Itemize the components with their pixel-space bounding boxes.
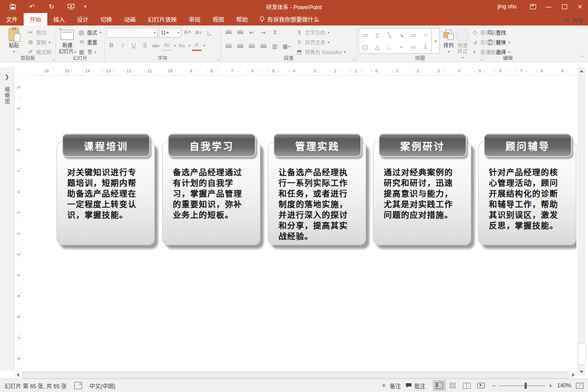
- spell-check-icon[interactable]: ×: [74, 382, 82, 389]
- clear-formatting-button[interactable]: ◺: [205, 28, 215, 37]
- share-button[interactable]: 共享: [564, 17, 583, 25]
- cut-button[interactable]: ✂剪切: [26, 28, 52, 37]
- shape-rectangle-icon[interactable]: ▭: [408, 30, 418, 40]
- tab-设计[interactable]: 设计: [71, 13, 95, 25]
- zoom-level[interactable]: 140%: [557, 382, 571, 389]
- shape-elbow-arrow-connector-icon[interactable]: ⌐: [396, 42, 406, 52]
- shapes-gallery-more-icon[interactable]: ▾: [432, 28, 440, 54]
- shape-right-arrow-icon[interactable]: ⇨: [408, 42, 418, 52]
- horizontal-scrollbar[interactable]: [14, 371, 577, 378]
- underline-button[interactable]: U: [129, 41, 139, 50]
- layout-button[interactable]: ▤版式▾: [77, 28, 102, 37]
- language-status[interactable]: 中文(中国): [89, 382, 115, 390]
- start-slideshow-icon[interactable]: [61, 0, 81, 13]
- shape-oval-icon[interactable]: ○: [420, 30, 430, 40]
- copy-button[interactable]: ⧉复制▾: [26, 38, 52, 47]
- shape-line-icon[interactable]: ╲: [384, 30, 394, 40]
- tab-视图[interactable]: 视图: [207, 13, 230, 25]
- text-shadow-button[interactable]: S: [140, 41, 150, 50]
- font-dialog-launcher-icon[interactable]: ⌟: [217, 57, 219, 61]
- font-size-combobox[interactable]: 11+▾: [159, 28, 181, 38]
- bold-button[interactable]: B: [107, 41, 116, 50]
- comments-toggle[interactable]: 批注: [405, 382, 425, 390]
- numbering-icon[interactable]: [236, 29, 244, 36]
- paste-button[interactable]: 粘贴 ▾: [2, 27, 26, 55]
- reset-button[interactable]: ⟲重置: [77, 38, 102, 47]
- scroll-left-icon[interactable]: [14, 371, 21, 378]
- card-header-3[interactable]: 管理实践: [273, 133, 361, 157]
- tab-审阅[interactable]: 审阅: [183, 13, 207, 25]
- close-button[interactable]: ✕: [572, 0, 588, 13]
- shape-triangle-icon[interactable]: △: [372, 42, 382, 52]
- zoom-slider[interactable]: [499, 386, 545, 386]
- thumbnail-pane-collapsed[interactable]: ❯ 缩略图: [0, 67, 14, 371]
- zoom-slider-thumb[interactable]: [525, 383, 527, 389]
- new-slide-button[interactable]: 新建 幻灯片▾: [58, 27, 77, 55]
- scroll-right-icon[interactable]: [569, 371, 577, 378]
- ribbon-display-options-icon[interactable]: [525, 0, 541, 13]
- increase-font-size-button[interactable]: A˄: [183, 28, 192, 37]
- tab-切换[interactable]: 切换: [95, 13, 118, 25]
- character-spacing-button[interactable]: AV: [162, 41, 172, 51]
- vertical-scrollbar-thumb[interactable]: [578, 343, 586, 365]
- scroll-up-icon[interactable]: [577, 67, 585, 75]
- align-center-icon[interactable]: [236, 43, 244, 50]
- minimize-button[interactable]: —: [541, 0, 556, 13]
- paragraph-dialog-launcher-icon[interactable]: ⌟: [353, 57, 355, 61]
- text-direction-button[interactable]: ⫴文字方向▾: [295, 28, 347, 37]
- scroll-down-icon[interactable]: [577, 368, 585, 375]
- save-icon[interactable]: [3, 0, 22, 13]
- tab-开始[interactable]: 开始: [24, 13, 47, 25]
- redo-icon[interactable]: ↻: [42, 0, 61, 13]
- normal-view-button[interactable]: [433, 380, 446, 391]
- replace-button[interactable]: abac替换▾: [486, 38, 511, 47]
- decrease-font-size-button[interactable]: A˅: [194, 28, 203, 37]
- undo-icon[interactable]: ↶: [22, 0, 42, 13]
- shape-elbow-connector-icon[interactable]: ∟: [384, 42, 394, 52]
- tab-文件[interactable]: 文件: [0, 13, 24, 25]
- shape-text-box-icon[interactable]: ▭: [360, 30, 370, 40]
- italic-button[interactable]: I: [118, 41, 127, 50]
- columns-icon[interactable]: ▥: [271, 43, 278, 50]
- fit-slide-to-window-icon[interactable]: ⤢: [576, 383, 583, 389]
- card-header-5[interactable]: 顾问辅导: [484, 133, 572, 157]
- customize-qat-icon[interactable]: ▾: [81, 0, 90, 13]
- align-left-icon[interactable]: [225, 43, 232, 50]
- align-text-button[interactable]: ⇳对齐文本▾: [295, 38, 347, 47]
- shape-arrow-icon[interactable]: ↘: [396, 30, 406, 40]
- vertical-scrollbar[interactable]: [577, 67, 585, 375]
- card-header-2[interactable]: 自我学习: [168, 133, 256, 157]
- tab-动画[interactable]: 动画: [118, 13, 142, 25]
- arrange-button[interactable]: 排列▾: [442, 27, 455, 55]
- shape-down-arrow-icon[interactable]: ⇩: [420, 42, 430, 52]
- font-name-combobox[interactable]: ▾: [107, 28, 158, 38]
- strikethrough-button[interactable]: abc: [151, 41, 161, 50]
- zoom-out-button[interactable]: −: [492, 383, 496, 388]
- zoom-in-button[interactable]: +: [549, 383, 552, 388]
- collapse-ribbon-icon[interactable]: ⌃: [580, 55, 584, 61]
- tab-帮助[interactable]: 帮助: [230, 13, 254, 25]
- expand-thumbnails-icon[interactable]: ❯: [0, 74, 14, 80]
- slideshow-view-button[interactable]: [474, 380, 487, 391]
- horizontal-scrollbar-thumb[interactable]: [22, 372, 569, 379]
- table-options-icon[interactable]: ▦▾: [283, 43, 290, 50]
- shape-vertical-text-box-icon[interactable]: ▯: [372, 30, 382, 40]
- tell-me-box[interactable]: 告诉我你想要做什么: [254, 13, 325, 25]
- change-case-button[interactable]: Aa: [177, 41, 187, 50]
- clipboard-dialog-launcher-icon[interactable]: ⌟: [52, 57, 54, 61]
- line-spacing-icon[interactable]: ⇕: [271, 29, 278, 36]
- bullets-icon[interactable]: [225, 29, 232, 36]
- increase-indent-icon[interactable]: ⇥: [259, 29, 267, 36]
- find-button[interactable]: 查找: [486, 28, 511, 37]
- tab-插入[interactable]: 插入: [47, 13, 71, 25]
- slide-canvas[interactable]: 对关键知识进行专题培训，短期内帮助备选产品经理在一定程度上转变认识，掌握技能。课…: [26, 76, 576, 371]
- slide-sorter-view-button[interactable]: [447, 380, 460, 391]
- shape-rounded-rectangle-icon[interactable]: ▢: [360, 42, 370, 52]
- align-right-icon[interactable]: [248, 43, 255, 50]
- restore-button[interactable]: [556, 0, 572, 13]
- card-header-4[interactable]: 案例研讨: [379, 133, 467, 157]
- font-color-button[interactable]: A: [192, 40, 202, 51]
- decrease-indent-icon[interactable]: ⇤: [248, 29, 255, 36]
- reading-view-button[interactable]: [461, 380, 474, 391]
- justify-icon[interactable]: [259, 43, 267, 50]
